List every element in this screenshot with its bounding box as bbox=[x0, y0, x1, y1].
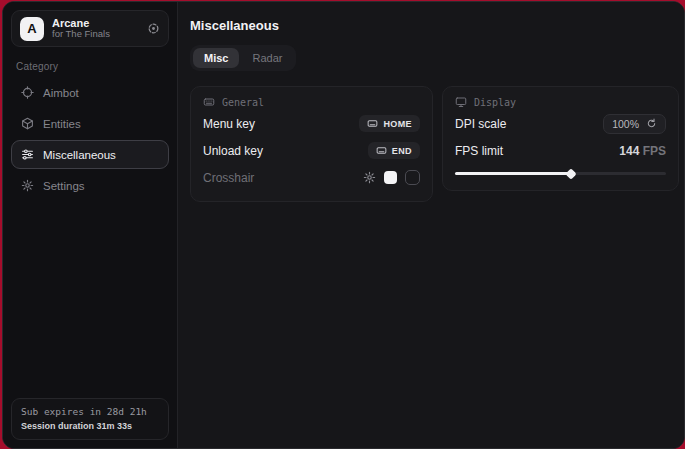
dpi-scale-selector[interactable]: 100% bbox=[603, 114, 666, 134]
keyboard-icon bbox=[376, 145, 387, 156]
fps-limit-value: 144 FPS bbox=[619, 144, 666, 158]
crosshair-controls bbox=[363, 170, 420, 185]
tab-radar[interactable]: Radar bbox=[241, 48, 293, 68]
tab-bar: Misc Radar bbox=[190, 45, 296, 71]
gear-icon[interactable] bbox=[363, 171, 376, 184]
session-duration-text: Session duration 31m 33s bbox=[21, 420, 159, 434]
dpi-scale-label: DPI scale bbox=[455, 117, 506, 131]
sidebar-item-miscellaneous[interactable]: Miscellaneous bbox=[11, 140, 169, 169]
sidebar-item-label: Aimbot bbox=[43, 87, 79, 99]
menu-key-value: HOME bbox=[383, 119, 412, 129]
display-card-header: Display bbox=[455, 96, 666, 108]
brand-card: A Arcane for The Finals bbox=[11, 10, 169, 47]
sidebar-item-aimbot[interactable]: Aimbot bbox=[11, 78, 169, 107]
sync-icon[interactable] bbox=[147, 22, 160, 35]
sidebar-item-label: Entities bbox=[43, 118, 81, 130]
dpi-scale-row: DPI scale 100% bbox=[455, 112, 666, 135]
keyboard-icon bbox=[203, 96, 215, 108]
fps-number: 144 bbox=[619, 144, 639, 158]
fps-limit-slider[interactable] bbox=[455, 169, 666, 178]
crosshair-label: Crosshair bbox=[203, 171, 254, 185]
unload-key-row: Unload key END bbox=[203, 139, 420, 162]
keyboard-icon bbox=[367, 118, 378, 129]
sidebar-item-label: Settings bbox=[43, 180, 85, 192]
entities-icon bbox=[21, 117, 34, 130]
dpi-scale-value: 100% bbox=[612, 118, 639, 130]
general-card-header: General bbox=[203, 96, 420, 108]
sub-expires-text: Sub expires in 28d 21h bbox=[21, 405, 159, 419]
unload-key-value: END bbox=[392, 146, 412, 156]
subscription-info-box: Sub expires in 28d 21h Session duration … bbox=[11, 398, 169, 440]
display-card-title: Display bbox=[474, 97, 516, 108]
general-card: General Menu key HOME Unload key bbox=[190, 86, 433, 202]
crosshair-checkbox[interactable] bbox=[405, 170, 420, 185]
crosshair-row: Crosshair bbox=[203, 166, 420, 189]
crosshair-color-swatch[interactable] bbox=[384, 171, 397, 184]
monitor-icon bbox=[455, 96, 467, 108]
unload-key-label: Unload key bbox=[203, 144, 263, 158]
menu-key-row: Menu key HOME bbox=[203, 112, 420, 135]
fps-slider-fill bbox=[455, 172, 571, 175]
crosshair-icon bbox=[21, 86, 34, 99]
unload-key-button[interactable]: END bbox=[368, 142, 420, 159]
main-panel: Miscellaneous Misc Radar General Menu ke… bbox=[178, 2, 685, 448]
brand-text: Arcane for The Finals bbox=[52, 17, 139, 41]
gear-icon bbox=[21, 179, 34, 192]
sidebar-nav: Aimbot Entities Miscella bbox=[11, 78, 169, 200]
app-window: A Arcane for The Finals Category bbox=[2, 1, 685, 449]
page-title: Miscellaneous bbox=[190, 18, 679, 33]
tab-misc[interactable]: Misc bbox=[193, 48, 239, 68]
cycle-icon bbox=[646, 118, 657, 129]
menu-key-label: Menu key bbox=[203, 117, 255, 131]
fps-limit-row: FPS limit 144 FPS bbox=[455, 139, 666, 162]
sidebar-item-label: Miscellaneous bbox=[43, 149, 116, 161]
menu-key-button[interactable]: HOME bbox=[359, 115, 420, 132]
display-card: Display DPI scale 100% FPS limit bbox=[442, 86, 679, 191]
sidebar: A Arcane for The Finals Category bbox=[3, 2, 178, 448]
category-label: Category bbox=[16, 61, 169, 72]
cards-row: General Menu key HOME Unload key bbox=[190, 86, 679, 202]
sidebar-item-entities[interactable]: Entities bbox=[11, 109, 169, 138]
sidebar-item-settings[interactable]: Settings bbox=[11, 171, 169, 200]
fps-limit-label: FPS limit bbox=[455, 144, 503, 158]
brand-subtitle: for The Finals bbox=[52, 29, 139, 40]
sliders-icon bbox=[21, 148, 34, 161]
fps-slider-thumb[interactable] bbox=[565, 168, 576, 179]
avatar: A bbox=[20, 17, 44, 41]
fps-unit: FPS bbox=[643, 144, 666, 158]
general-card-title: General bbox=[222, 97, 264, 108]
